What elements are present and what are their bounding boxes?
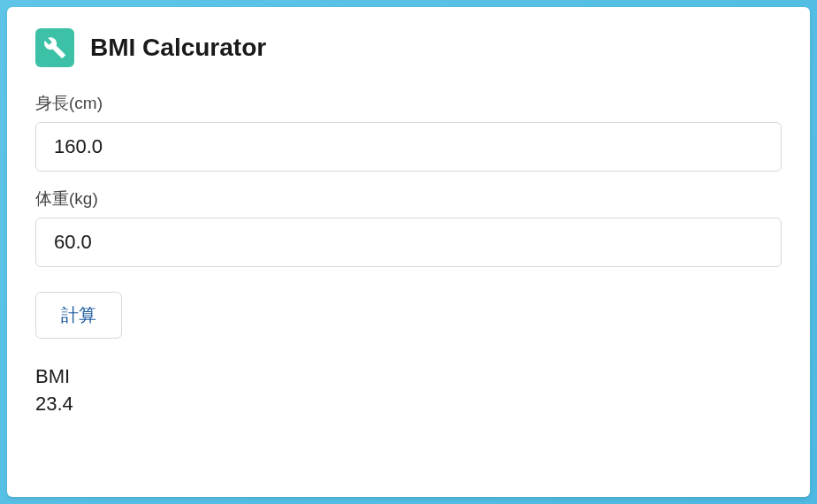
calculate-button[interactable]: 計算 (35, 292, 122, 339)
card-header: BMI Calcurator (35, 28, 782, 67)
height-input[interactable] (35, 122, 782, 172)
bmi-calculator-card: BMI Calcurator 身長(cm) 体重(kg) 計算 BMI 23.4 (7, 7, 810, 497)
weight-input[interactable] (35, 218, 782, 267)
weight-label: 体重(kg) (35, 187, 782, 210)
page-title: BMI Calcurator (90, 34, 266, 62)
weight-field-group: 体重(kg) (35, 187, 782, 267)
height-field-group: 身長(cm) (35, 92, 782, 172)
result-section: BMI 23.4 (35, 363, 782, 418)
height-label: 身長(cm) (35, 92, 782, 115)
bmi-result-label: BMI (35, 363, 782, 391)
wrench-icon (35, 28, 74, 67)
bmi-result-value: 23.4 (35, 391, 782, 418)
